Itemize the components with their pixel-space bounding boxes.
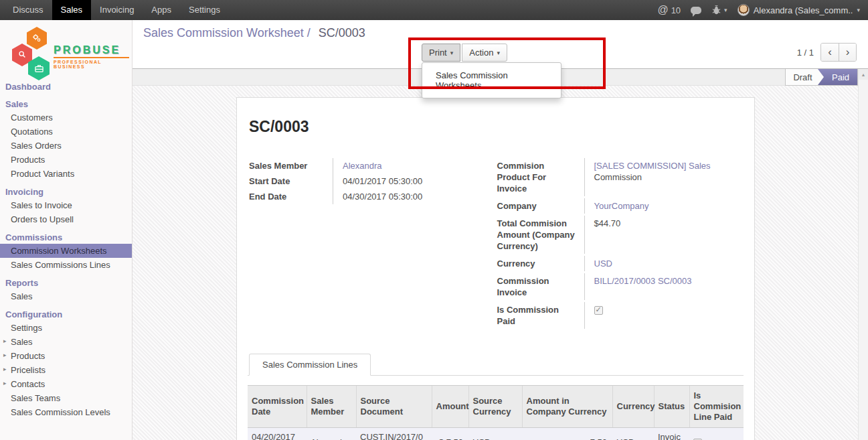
expand-caret-icon: ▸ [3,380,7,386]
pager-next-button[interactable]: › [839,44,856,61]
debug-menu[interactable]: ▾ [711,5,727,15]
menu-apps[interactable]: Apps [143,0,180,20]
table-header-row: Commission Date Sales Member Source Docu… [248,386,744,428]
sidebar-item-customers[interactable]: Customers [0,111,132,125]
form-sheet: SC/0003 Sales Member Alexandra Start Dat… [236,97,755,440]
cell-currency: USD [612,428,654,440]
col-source-document: Source Document [356,386,432,428]
status-draft[interactable]: Draft [786,69,824,85]
sidebar-header-commissions[interactable]: Commissions [0,231,132,244]
mention-count: 10 [671,5,681,15]
sales-member-link[interactable]: Alexandra [343,161,382,171]
scroll-up-arrow-icon[interactable]: ▲ [859,69,868,80]
print-button[interactable]: Print ▾ [422,44,460,62]
sidebar-item-contacts[interactable]: ▸Contacts [0,377,132,391]
chat-bubble-icon[interactable] [691,7,701,14]
dropdown-item-sales-commission-worksheets[interactable]: Sales Commission Worksheets [422,66,561,94]
sidebar-item-quotations[interactable]: Quotations [0,125,132,139]
logo-subtitle: PROFESSIONAL BUSINESS [54,57,129,69]
currency-link[interactable]: USD [594,259,612,269]
sidebar-header-configuration[interactable]: Configuration [0,308,132,321]
sidebar-item-reports-sales[interactable]: Sales [0,289,132,303]
table-row[interactable]: 04/20/2017 05:30:00 Alexandra CUST.IN/20… [248,428,744,440]
check-icon: ✓ [695,437,701,440]
field-sales-member: Sales Member Alexandra [248,158,496,173]
sidebar-header-reports[interactable]: Reports [0,277,132,289]
breadcrumb-parent-link[interactable]: Sales Commission Worksheet / [143,26,311,40]
topbar: Discuss Sales Invoicing Apps Settings @ … [0,0,868,20]
bug-icon [711,5,721,15]
col-amount: Amount [432,386,468,428]
menu-sales[interactable]: Sales [52,0,92,20]
chevron-left-icon: ‹ [828,46,832,59]
expand-caret-icon: ▸ [3,366,7,372]
print-dropdown-menu: Sales Commission Worksheets [422,62,561,98]
sidebar-header-sales[interactable]: Sales [0,98,132,111]
sidebar-item-sales-teams[interactable]: Sales Teams [0,391,132,405]
sidebar-item-label: Sales [11,337,33,347]
menu-discuss[interactable]: Discuss [4,0,52,20]
mention-counter[interactable]: @ 10 [657,4,681,16]
check-icon: ✓ [596,304,602,315]
logo-hexagons [11,27,54,79]
cell-member: Alexandra [307,428,356,440]
sidebar-item-sales-orders[interactable]: Sales Orders [0,139,132,153]
commission-product-rest: Commission [594,172,642,182]
expand-caret-icon: ▸ [3,338,7,344]
tab-sales-commission-lines[interactable]: Sales Commission Lines [249,354,371,376]
commission-product-link[interactable]: [SALES COMMISSION] Sales [594,161,711,171]
breadcrumb-current: SC/0003 [319,26,365,40]
cell-source-currency: USD [468,428,522,440]
sidebar-item-label: Pricelists [11,365,46,375]
end-date-value: 04/30/2017 05:30:00 [333,189,422,204]
field-label: Currency [496,256,585,271]
sidebar-item-pricelists[interactable]: ▸Pricelists [0,363,132,377]
sidebar-item-products[interactable]: Products [0,153,132,167]
sidebar-item-sales-to-invoice[interactable]: Sales to Invoice [0,198,132,212]
sidebar-item-config-sales[interactable]: ▸Sales [0,335,132,349]
topbar-menus: Discuss Sales Invoicing Apps Settings [0,0,229,20]
field-label: Sales Member [248,158,333,173]
sidebar-item-settings[interactable]: Settings [0,321,132,335]
cell-amount: $ 7.50 [432,428,468,440]
company-link[interactable]: YourCompany [594,201,649,211]
sidebar-item-dashboard[interactable]: Dashboard [0,80,132,93]
field-commission-invoice: Commission Invoice BILL/2017/0003 SC/000… [496,273,744,300]
logo-title: PROBUSE [54,44,129,56]
user-menu[interactable]: Alexandra (Sales_comm.. ▾ [737,4,860,16]
user-name: Alexandra (Sales_comm.. [754,5,853,15]
pager-previous-button[interactable]: ‹ [821,44,839,61]
col-source-currency: Source Currency [468,386,522,428]
sidebar-header-invoicing[interactable]: Invoicing [0,186,132,198]
expand-caret-icon: ▸ [3,352,7,358]
field-currency: Currency USD [496,256,744,271]
sidebar-item-sales-commissions-lines[interactable]: Sales Commissions Lines [0,258,132,272]
sidebar-item-commission-worksheets[interactable]: Commission Worksheets [0,244,132,258]
sidebar-item-orders-to-upsell[interactable]: Orders to Upsell [0,212,132,226]
user-caret-icon: ▾ [857,7,860,13]
col-is-commission-line-paid: Is Commision Line Paid [689,386,744,428]
field-label: Total Commision Amount (Company Currency… [496,216,585,254]
commission-invoice-link[interactable]: BILL/2017/0003 SC/0003 [594,276,692,286]
vertical-scrollbar[interactable]: ▲ [858,69,868,440]
field-start-date: Start Date 04/01/2017 05:30:00 [248,173,496,189]
sidebar-item-sales-commission-levels[interactable]: Sales Commission Levels [0,405,132,419]
action-button[interactable]: Action ▾ [462,44,507,62]
field-commission-product: Commision Product For Invoice [SALES COM… [496,158,744,196]
sidebar-item-config-products[interactable]: ▸Products [0,349,132,363]
breadcrumb: Sales Commission Worksheet / SC/0003 [143,26,365,40]
menu-invoicing[interactable]: Invoicing [91,0,143,20]
menu-settings[interactable]: Settings [180,0,229,20]
col-sales-member: Sales Member [307,386,356,428]
sidebar-item-product-variants[interactable]: Product Variants [0,167,132,181]
action-caret-icon: ▾ [497,50,500,56]
is-paid-checkbox[interactable]: ✓ [594,306,603,315]
statusbar: Draft Paid [785,69,858,86]
print-button-label: Print [429,48,447,58]
field-label: Is Commission Paid [496,302,585,329]
col-amount-company-currency: Amount in Company Currency [522,386,612,428]
sidebar-item-label: Products [11,351,45,361]
gear-hexagon-icon [27,27,47,50]
field-company: Company YourCompany [496,198,744,214]
field-end-date: End Date 04/30/2017 05:30:00 [248,189,496,204]
